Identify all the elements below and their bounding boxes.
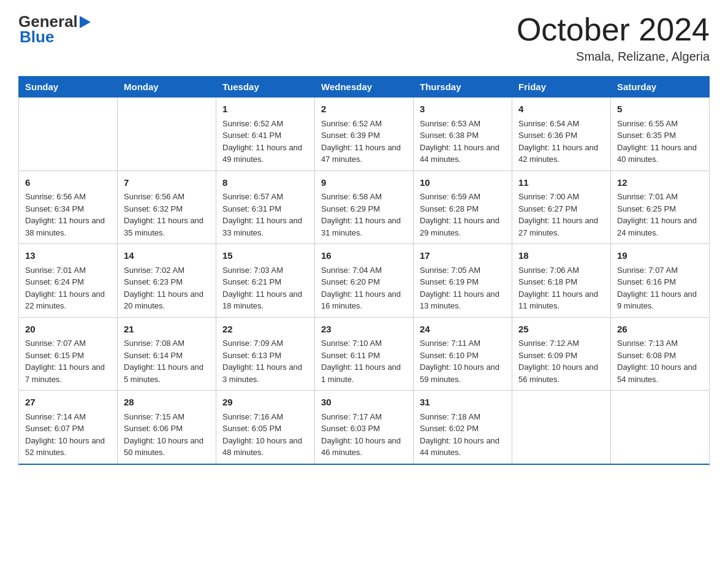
sunrise-text: Sunrise: 7:14 AM (25, 412, 86, 421)
sunset-text: Sunset: 6:27 PM (518, 204, 577, 213)
calendar-cell: 4Sunrise: 6:54 AMSunset: 6:36 PMDaylight… (512, 98, 611, 171)
day-number: 18 (518, 249, 604, 263)
calendar-cell: 20Sunrise: 7:07 AMSunset: 6:15 PMDayligh… (19, 317, 118, 391)
sunset-text: Sunset: 6:32 PM (124, 204, 183, 213)
sunrise-text: Sunrise: 7:09 AM (222, 339, 283, 348)
calendar-cell: 12Sunrise: 7:01 AMSunset: 6:25 PMDayligh… (611, 170, 710, 244)
day-number: 2 (321, 102, 407, 117)
daylight-text: Daylight: 11 hours and 40 minutes. (617, 143, 697, 164)
day-number: 20 (25, 323, 111, 337)
daylight-text: Daylight: 10 hours and 59 minutes. (420, 362, 499, 384)
sunrise-text: Sunrise: 7:08 AM (124, 339, 184, 348)
sunset-text: Sunset: 6:08 PM (617, 351, 676, 360)
sunset-text: Sunset: 6:02 PM (420, 424, 479, 433)
month-title: October 2024 (517, 12, 710, 47)
sunrise-text: Sunrise: 7:15 AM (124, 412, 184, 421)
sunset-text: Sunset: 6:05 PM (222, 424, 281, 433)
calendar-cell: 13Sunrise: 7:01 AMSunset: 6:24 PMDayligh… (19, 244, 118, 318)
calendar-cell: 24Sunrise: 7:11 AMSunset: 6:10 PMDayligh… (414, 317, 512, 391)
calendar-cell: 5Sunrise: 6:55 AMSunset: 6:35 PMDaylight… (611, 98, 710, 171)
day-number: 11 (518, 176, 604, 190)
calendar-cell: 14Sunrise: 7:02 AMSunset: 6:23 PMDayligh… (118, 244, 216, 318)
sunrise-text: Sunrise: 7:18 AM (420, 412, 480, 421)
calendar-table: SundayMondayTuesdayWednesdayThursdayFrid… (18, 76, 710, 465)
daylight-text: Daylight: 11 hours and 33 minutes. (222, 216, 302, 237)
calendar-day-header: Wednesday (315, 77, 414, 98)
calendar-cell: 6Sunrise: 6:56 AMSunset: 6:34 PMDaylight… (19, 170, 118, 244)
calendar-cell: 7Sunrise: 6:56 AMSunset: 6:32 PMDaylight… (118, 170, 216, 244)
daylight-text: Daylight: 11 hours and 27 minutes. (518, 216, 598, 237)
day-number: 13 (25, 249, 111, 263)
calendar-cell: 23Sunrise: 7:10 AMSunset: 6:11 PMDayligh… (315, 317, 414, 391)
sunset-text: Sunset: 6:35 PM (617, 131, 676, 140)
sunset-text: Sunset: 6:06 PM (124, 424, 183, 433)
calendar-cell: 10Sunrise: 6:59 AMSunset: 6:28 PMDayligh… (414, 170, 512, 244)
daylight-text: Daylight: 11 hours and 7 minutes. (25, 362, 105, 384)
sunrise-text: Sunrise: 6:59 AM (420, 192, 480, 201)
daylight-text: Daylight: 11 hours and 47 minutes. (321, 143, 401, 164)
sunrise-text: Sunrise: 6:56 AM (25, 192, 86, 201)
calendar-cell (611, 391, 710, 464)
sunset-text: Sunset: 6:38 PM (420, 131, 479, 140)
day-number: 26 (617, 323, 703, 337)
sunset-text: Sunset: 6:18 PM (518, 277, 577, 286)
calendar-cell (19, 98, 118, 171)
sunset-text: Sunset: 6:36 PM (518, 131, 577, 140)
sunset-text: Sunset: 6:21 PM (222, 277, 281, 286)
calendar-cell: 18Sunrise: 7:06 AMSunset: 6:18 PMDayligh… (512, 244, 611, 318)
sunset-text: Sunset: 6:14 PM (124, 351, 183, 360)
sunrise-text: Sunrise: 7:01 AM (617, 192, 678, 201)
day-number: 16 (321, 249, 407, 263)
sunrise-text: Sunrise: 6:53 AM (420, 119, 480, 128)
daylight-text: Daylight: 11 hours and 18 minutes. (222, 289, 302, 311)
day-number: 5 (617, 102, 703, 117)
day-number: 15 (222, 249, 308, 263)
calendar-cell: 30Sunrise: 7:17 AMSunset: 6:03 PMDayligh… (315, 391, 414, 464)
sunrise-text: Sunrise: 7:16 AM (222, 412, 283, 421)
sunset-text: Sunset: 6:15 PM (25, 351, 84, 360)
daylight-text: Daylight: 11 hours and 13 minutes. (420, 289, 499, 311)
sunset-text: Sunset: 6:31 PM (222, 204, 281, 213)
calendar-cell: 22Sunrise: 7:09 AMSunset: 6:13 PMDayligh… (216, 317, 315, 391)
day-number: 3 (420, 102, 506, 117)
day-number: 14 (124, 249, 210, 263)
daylight-text: Daylight: 11 hours and 29 minutes. (420, 216, 499, 237)
calendar-cell: 11Sunrise: 7:00 AMSunset: 6:27 PMDayligh… (512, 170, 611, 244)
sunrise-text: Sunrise: 7:07 AM (617, 266, 678, 275)
calendar-cell: 28Sunrise: 7:15 AMSunset: 6:06 PMDayligh… (118, 391, 216, 464)
sunset-text: Sunset: 6:11 PM (321, 351, 380, 360)
day-number: 23 (321, 323, 407, 337)
sunset-text: Sunset: 6:20 PM (321, 277, 380, 286)
sunrise-text: Sunrise: 7:17 AM (321, 412, 382, 421)
daylight-text: Daylight: 10 hours and 48 minutes. (222, 436, 302, 458)
daylight-text: Daylight: 11 hours and 3 minutes. (222, 362, 302, 384)
sunrise-text: Sunrise: 6:52 AM (222, 119, 283, 128)
sunrise-text: Sunrise: 6:56 AM (124, 192, 184, 201)
sunrise-text: Sunrise: 6:58 AM (321, 192, 382, 201)
day-number: 29 (222, 396, 308, 410)
sunrise-text: Sunrise: 7:12 AM (518, 339, 579, 348)
logo: General Blue (18, 12, 91, 47)
location-text: Smala, Relizane, Algeria (517, 50, 710, 64)
day-number: 22 (222, 323, 308, 337)
sunrise-text: Sunrise: 6:52 AM (321, 119, 382, 128)
svg-marker-0 (80, 16, 91, 28)
daylight-text: Daylight: 10 hours and 50 minutes. (124, 436, 203, 458)
daylight-text: Daylight: 11 hours and 1 minute. (321, 362, 401, 384)
calendar-cell: 2Sunrise: 6:52 AMSunset: 6:39 PMDaylight… (315, 98, 414, 171)
daylight-text: Daylight: 10 hours and 54 minutes. (617, 362, 697, 384)
calendar-cell: 16Sunrise: 7:04 AMSunset: 6:20 PMDayligh… (315, 244, 414, 318)
day-number: 9 (321, 176, 407, 190)
daylight-text: Daylight: 11 hours and 20 minutes. (124, 289, 203, 311)
calendar-day-header: Tuesday (216, 77, 315, 98)
day-number: 28 (124, 396, 210, 410)
day-number: 21 (124, 323, 210, 337)
daylight-text: Daylight: 10 hours and 56 minutes. (518, 362, 598, 384)
sunrise-text: Sunrise: 7:00 AM (518, 192, 579, 201)
calendar-cell: 27Sunrise: 7:14 AMSunset: 6:07 PMDayligh… (19, 391, 118, 464)
calendar-cell: 29Sunrise: 7:16 AMSunset: 6:05 PMDayligh… (216, 391, 315, 464)
calendar-week-row: 1Sunrise: 6:52 AMSunset: 6:41 PMDaylight… (19, 98, 710, 171)
daylight-text: Daylight: 11 hours and 22 minutes. (25, 289, 105, 311)
daylight-text: Daylight: 11 hours and 35 minutes. (124, 216, 203, 237)
day-number: 4 (518, 102, 604, 117)
